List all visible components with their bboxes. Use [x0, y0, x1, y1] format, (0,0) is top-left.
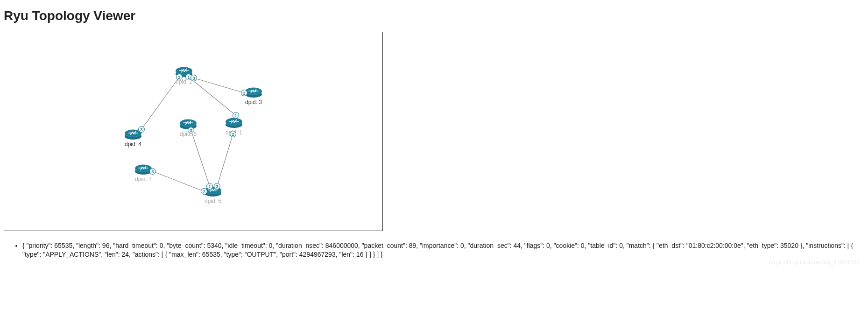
port-badge: 3: [214, 183, 220, 190]
switch-label: dpid: 7: [134, 176, 153, 183]
topology-link: [141, 77, 179, 129]
flow-entry: { "priority": 65535, "length": 96, "hard…: [22, 241, 854, 259]
watermark: https://blog.csdn.net/qq_41854763: [769, 259, 860, 266]
port-badge: 2: [230, 131, 236, 137]
port-badge: 1: [233, 112, 239, 119]
port-badge: 2: [176, 74, 183, 80]
switch-node-s3[interactable]: dpid: 3: [244, 85, 263, 105]
port-badge: 3: [241, 90, 247, 96]
page-title: Ryu Topology Viewer: [4, 8, 864, 23]
port-badge: 3: [149, 168, 156, 175]
topology-link: [217, 134, 233, 186]
port-badge: 3: [191, 75, 197, 81]
topology-link: [194, 78, 244, 93]
port-badge: 3: [188, 127, 194, 133]
port-badge: 3: [138, 126, 145, 133]
topology-link: [189, 77, 236, 115]
switch-node-s6[interactable]: dpid: 6: [179, 117, 198, 137]
topology-link: [153, 171, 204, 191]
switch-label: dpid: 5: [204, 198, 222, 204]
switch-label: dpid: 4: [124, 141, 142, 147]
flow-entry-list: { "priority": 65535, "length": 96, "hard…: [4, 241, 864, 259]
port-badge: 1: [206, 183, 213, 190]
switch-label: dpid: 3: [244, 99, 263, 105]
topology-link: [191, 130, 210, 186]
topology-canvas[interactable]: dpid: 1 dpid: 2 dpid: 3 dpid: 4: [4, 32, 383, 231]
port-badge: 2: [201, 188, 207, 195]
